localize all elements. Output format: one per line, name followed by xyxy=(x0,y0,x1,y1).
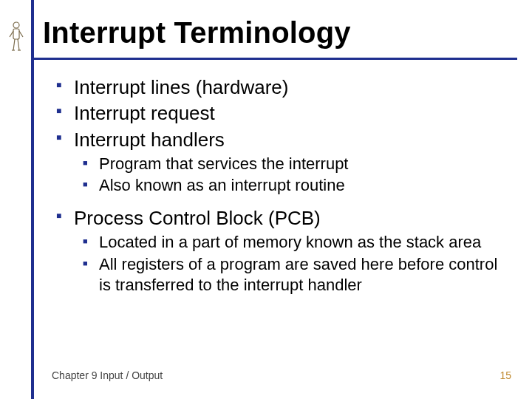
bullet-level2: Also known as an interrupt routine xyxy=(78,175,510,196)
footer-page-number: 15 xyxy=(499,369,511,381)
bullet-level1: Process Control Block (PCB) xyxy=(53,206,510,231)
slide-body: Interrupt lines (hardware) Interrupt req… xyxy=(53,74,510,300)
bullet-level1: Interrupt handlers xyxy=(53,128,510,152)
bullet-level2: All registers of a program are saved her… xyxy=(78,254,510,296)
horizontal-rule xyxy=(34,58,517,60)
slide: Interrupt Terminology Interrupt lines (h… xyxy=(0,0,532,399)
sub-list: Program that services the interrupt Also… xyxy=(78,154,510,196)
bullet-text: Interrupt lines (hardware) xyxy=(74,76,288,98)
footer-chapter: Chapter 9 Input / Output xyxy=(52,369,163,381)
svg-line-3 xyxy=(19,31,23,37)
bullet-level1: Interrupt request xyxy=(53,101,510,126)
svg-line-5 xyxy=(18,39,19,50)
bullet-text: Interrupt request xyxy=(74,102,215,124)
svg-rect-1 xyxy=(13,29,19,39)
bullet-text: Located in a part of memory known as the… xyxy=(99,233,481,251)
logo-icon xyxy=(7,21,25,53)
bullet-text: Program that services the interrupt xyxy=(99,154,348,173)
bullet-level1: Interrupt lines (hardware) xyxy=(53,75,510,100)
svg-point-0 xyxy=(13,22,19,28)
sub-list: Located in a part of memory known as the… xyxy=(78,232,510,295)
bullet-level2: Program that services the interrupt xyxy=(78,154,510,174)
svg-line-4 xyxy=(13,39,15,50)
bullet-text: Interrupt handlers xyxy=(74,129,225,151)
svg-line-2 xyxy=(10,31,13,37)
slide-title: Interrupt Terminology xyxy=(43,16,351,50)
bullet-text: All registers of a program are saved her… xyxy=(99,255,497,294)
bullet-text: Also known as an interrupt routine xyxy=(99,176,345,194)
bullet-level2: Located in a part of memory known as the… xyxy=(78,232,510,253)
bullet-text: Process Control Block (PCB) xyxy=(74,207,321,229)
vertical-rule xyxy=(31,0,34,399)
